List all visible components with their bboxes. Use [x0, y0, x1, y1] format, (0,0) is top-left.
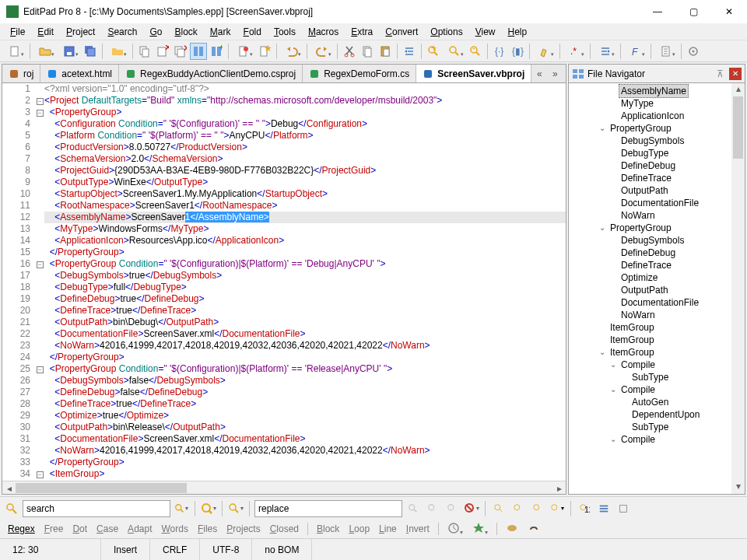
zoom-reset-button[interactable] [443, 43, 466, 60]
close-file-button[interactable]: ✕ [154, 43, 171, 60]
nav-item[interactable]: ⌄PropertyGroup [569, 122, 731, 135]
font-button[interactable]: F [624, 43, 647, 60]
horizontal-scrollbar[interactable]: ◂ ▸ [2, 481, 566, 494]
nav-item[interactable]: DefineDebug [569, 159, 731, 172]
search-input[interactable] [23, 500, 170, 517]
tab-0[interactable]: roj [2, 65, 40, 82]
copy-clipboard-button[interactable] [359, 43, 376, 60]
option-regex[interactable]: Regex [5, 523, 38, 535]
nav-item[interactable]: SubType [569, 421, 731, 433]
menu-block[interactable]: Block [170, 25, 203, 39]
tab-2[interactable]: RegexBuddyActionClientDemo.csproj [119, 65, 303, 82]
save-all-button[interactable] [82, 43, 99, 60]
option-dot[interactable]: Dot [69, 523, 90, 535]
list-button[interactable] [595, 500, 612, 517]
replace-prev-button[interactable] [424, 500, 441, 517]
nav-item[interactable]: NoWarn [569, 209, 731, 222]
minimize-button[interactable]: — [640, 0, 675, 23]
menu-view[interactable]: View [470, 25, 501, 39]
code-area[interactable]: <?xml version="1.0" encoding="utf-8"?><P… [44, 83, 566, 481]
option-invert[interactable]: Invert [403, 523, 433, 535]
option-closed[interactable]: Closed [267, 523, 302, 535]
copy-button[interactable] [136, 43, 153, 60]
option-case[interactable]: Case [93, 523, 121, 535]
replace-all-button[interactable] [444, 500, 461, 517]
replace-input[interactable] [254, 500, 402, 517]
menu-file[interactable]: File [5, 25, 30, 39]
menu-mark[interactable]: Mark [205, 25, 237, 39]
navigator-scrollbar[interactable]: ▴ ▾ [731, 83, 745, 494]
scroll-right-icon[interactable]: ▸ [552, 481, 566, 495]
nav-item[interactable]: Optimize [569, 271, 731, 284]
count-button[interactable]: 123 [576, 500, 593, 517]
nav-last-button[interactable]: ▾ [549, 500, 566, 517]
menu-edit[interactable]: Edit [32, 25, 59, 39]
scroll-thumb[interactable] [16, 483, 187, 493]
nav-next-button[interactable] [529, 500, 546, 517]
close-button[interactable]: ✕ [711, 0, 747, 23]
menu-extra[interactable]: Extra [345, 25, 378, 39]
nav-item[interactable]: DefineTrace [569, 172, 731, 184]
search-icon[interactable] [3, 500, 20, 517]
save-button[interactable] [58, 43, 81, 60]
find-next-button[interactable]: ▾ [173, 500, 190, 517]
option-free[interactable]: Free [41, 523, 67, 535]
nav-item[interactable]: NoWarn [569, 309, 731, 321]
find-prev-big-button[interactable]: ▾ [200, 500, 217, 517]
option-block[interactable]: Block [314, 523, 342, 535]
document-button[interactable] [654, 43, 678, 60]
nav-item[interactable]: SubType [569, 371, 731, 383]
nav-item[interactable]: ApplicationIcon [569, 110, 731, 122]
scroll-left-icon[interactable]: ◂ [2, 481, 16, 495]
undo-button[interactable] [280, 43, 303, 60]
fold-gutter[interactable]: −−−−− [35, 83, 44, 481]
menu-tools[interactable]: Tools [268, 25, 301, 39]
tab-3[interactable]: RegexDemoForm.cs [303, 65, 416, 82]
maximize-button[interactable]: ▢ [675, 0, 711, 23]
option-line[interactable]: Line [376, 523, 400, 535]
tab-4[interactable]: ScreenSaver.vbproj [416, 65, 531, 82]
nav-item[interactable]: AutoGen [569, 396, 731, 408]
indent-button[interactable] [594, 43, 617, 60]
zoom-out-button[interactable]: - [467, 43, 484, 60]
nav-prev-button[interactable] [510, 500, 527, 517]
redo-button[interactable] [310, 43, 334, 60]
open-file-button[interactable] [33, 43, 57, 60]
close-all-button[interactable]: ✕ [172, 43, 189, 60]
status-eol[interactable]: CRLF [150, 539, 200, 560]
zoom-in-button[interactable]: + [425, 43, 442, 60]
compare-button[interactable] [190, 43, 207, 60]
highlight-button[interactable] [533, 43, 556, 60]
copy-results-button[interactable] [615, 500, 632, 517]
navigator-close-button[interactable]: ✕ [729, 68, 742, 80]
nav-first-button[interactable] [490, 500, 507, 517]
nav-item[interactable]: DefineTrace [569, 259, 731, 271]
nav-item[interactable]: DebugSymbols [569, 234, 731, 247]
status-bom[interactable]: no BOM [252, 539, 312, 560]
nav-item[interactable]: ⌄ItemGroup [569, 346, 731, 359]
add-panel-button[interactable]: + [208, 43, 225, 60]
status-mode[interactable]: Insert [101, 539, 150, 560]
nav-item[interactable]: DocumentationFile [569, 296, 731, 309]
option-adapt[interactable]: Adapt [124, 523, 155, 535]
menu-go[interactable]: Go [144, 25, 167, 39]
outdent-button[interactable] [401, 43, 418, 60]
settings-button[interactable] [685, 43, 702, 60]
editor[interactable]: 1234567891011121314151617181920212223242… [2, 83, 566, 481]
menu-help[interactable]: Help [503, 25, 533, 39]
nav-item[interactable]: ⌄Compile [569, 433, 731, 446]
nav-item[interactable]: OutputPath [569, 184, 731, 197]
nav-item[interactable]: DependentUpon [569, 408, 731, 421]
status-encoding[interactable]: UTF-8 [200, 539, 252, 560]
history-button[interactable]: ▾ [444, 521, 466, 537]
paste-button[interactable] [377, 43, 394, 60]
regex-lib-button[interactable] [503, 521, 521, 537]
replace-next-button[interactable] [405, 500, 422, 517]
tab-list-button[interactable]: ≡ [563, 65, 566, 82]
nav-item[interactable]: ⌄Compile [569, 383, 731, 396]
nav-item[interactable]: ItemGroup [569, 321, 731, 334]
option-files[interactable]: Files [195, 523, 220, 535]
nav-item[interactable]: DefineDebug [569, 247, 731, 259]
replace-cancel-button[interactable]: ▾ [463, 500, 480, 517]
menu-macros[interactable]: Macros [303, 25, 344, 39]
